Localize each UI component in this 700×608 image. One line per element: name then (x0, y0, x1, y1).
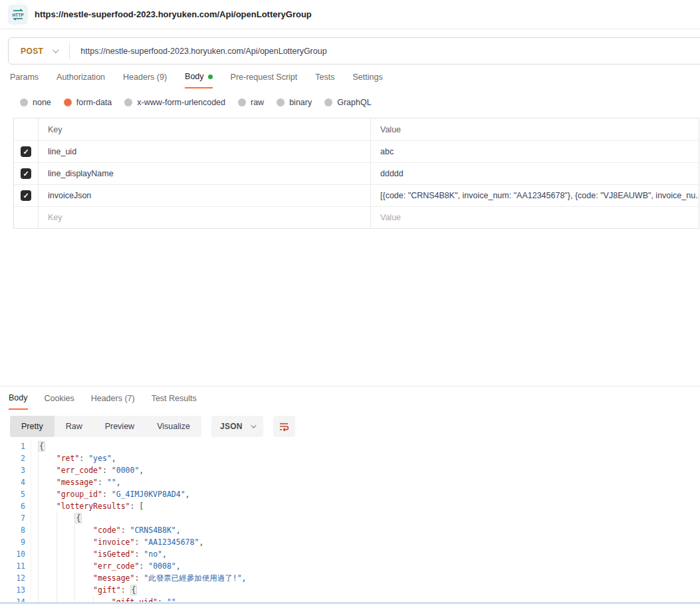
radio-icon (20, 98, 28, 106)
tab-settings[interactable]: Settings (352, 72, 382, 88)
code-line: 10 "isGeted": "no", (0, 548, 700, 560)
request-title: https://nestle-superfood-2023.horyuken.c… (35, 9, 312, 19)
body-mode-selector: none form-data x-www-form-urlencoded raw… (20, 98, 372, 107)
table-row-empty: Key Value (14, 206, 699, 228)
tab-authorization[interactable]: Authorization (57, 72, 105, 88)
radio-graphql[interactable]: GraphQL (324, 98, 371, 107)
table-row: invoiceJson [{code: "CRNS4B8K", invoice_… (14, 184, 699, 206)
response-tab-body[interactable]: Body (9, 393, 28, 410)
request-tabs: Params Authorization Headers (9) Body Pr… (10, 72, 383, 88)
green-dot-icon (208, 75, 213, 79)
value-placeholder[interactable]: Value (371, 207, 699, 228)
tab-params[interactable]: Params (10, 72, 39, 88)
tab-body[interactable]: Body (185, 72, 213, 88)
language-selector[interactable]: JSON (211, 416, 263, 437)
key-cell[interactable]: line_uid (39, 141, 371, 162)
value-cell[interactable]: abc (371, 141, 699, 162)
code-line: 9 "invoice": "AA12345678", (0, 536, 700, 548)
code-line: 4 "message": "", (0, 476, 700, 488)
code-lines: 1{2 "ret": "yes",3 "err_code": "0000",4 … (0, 440, 700, 602)
chevron-down-icon (53, 47, 59, 53)
tab-tests[interactable]: Tests (315, 72, 334, 88)
radio-icon (324, 98, 332, 106)
code-line: 2 "ret": "yes", (0, 452, 700, 464)
table-row: line_uid abc (14, 140, 699, 162)
view-pretty[interactable]: Pretty (10, 416, 55, 437)
table-row: line_displayName ddddd (14, 162, 699, 184)
wrap-lines-button[interactable] (273, 416, 295, 437)
column-header-key: Key (39, 118, 371, 140)
response-tab-headers[interactable]: Headers (7) (91, 393, 135, 410)
code-line: 8 "code": "CRNS4B8K", (0, 524, 700, 536)
code-line: 13 "gift": { (0, 584, 700, 596)
radio-x-www-form-urlencoded[interactable]: x-www-form-urlencoded (124, 98, 225, 107)
view-preview[interactable]: Preview (94, 416, 146, 437)
value-cell[interactable]: ddddd (371, 163, 699, 184)
radio-form-data[interactable]: form-data (64, 98, 112, 107)
response-tab-test-results[interactable]: Test Results (152, 393, 197, 410)
url-input[interactable]: https://nestle-superfood-2023.horyuken.c… (70, 47, 326, 56)
radio-icon (124, 98, 132, 106)
response-toolbar: Pretty Raw Preview Visualize JSON (10, 416, 295, 437)
radio-icon (277, 98, 285, 106)
code-line: 7 { (0, 512, 700, 524)
response-body-viewer[interactable]: 1{2 "ret": "yes",3 "err_code": "0000",4 … (0, 440, 700, 602)
radio-binary[interactable]: binary (277, 98, 312, 107)
radio-icon (64, 98, 72, 106)
row-checkbox[interactable] (21, 168, 31, 179)
chevron-down-icon (251, 422, 256, 428)
request-url-bar: POST https://nestle-superfood-2023.horyu… (8, 37, 700, 65)
response-divider (0, 386, 700, 386)
method-selector[interactable]: POST (9, 47, 69, 56)
key-cell[interactable]: line_displayName (39, 163, 371, 184)
view-raw[interactable]: Raw (55, 416, 94, 437)
view-mode-segmented-control: Pretty Raw Preview Visualize (10, 416, 201, 437)
table-header-row: Key Value (14, 118, 699, 140)
request-header: HTTP https://nestle-superfood-2023.horyu… (0, 0, 700, 29)
horizontal-scrollbar[interactable] (0, 602, 700, 604)
code-line: 11 "err_code": "0008", (0, 560, 700, 572)
code-line: 3 "err_code": "0000", (0, 464, 700, 476)
method-label: POST (21, 47, 43, 56)
value-cell[interactable]: [{code: "CRNS4B8K", invoice_num: "AA1234… (371, 185, 699, 206)
column-header-value: Value (371, 118, 699, 140)
code-line: 12 "message": "此發票已經參加使用過了!", (0, 572, 700, 584)
tab-pre-request-script[interactable]: Pre-request Script (231, 72, 298, 88)
form-data-table: Key Value line_uid abc line_displayName … (13, 118, 699, 229)
row-checkbox[interactable] (21, 190, 31, 201)
code-line: 6 "lotteryResults": [ (0, 500, 700, 512)
key-cell[interactable]: invoiceJson (39, 185, 371, 206)
row-checkbox[interactable] (21, 146, 31, 157)
radio-icon (238, 98, 246, 106)
language-label: JSON (220, 422, 243, 431)
radio-none[interactable]: none (20, 98, 51, 107)
svg-text:HTTP: HTTP (12, 12, 24, 17)
http-request-icon: HTTP (8, 5, 28, 25)
wrap-lines-icon (278, 420, 290, 432)
code-line: 1{ (0, 440, 700, 452)
radio-raw[interactable]: raw (238, 98, 264, 107)
view-visualize[interactable]: Visualize (146, 416, 201, 437)
key-placeholder[interactable]: Key (39, 207, 371, 228)
tab-headers[interactable]: Headers (9) (123, 72, 167, 88)
response-tab-cookies[interactable]: Cookies (45, 393, 74, 410)
response-tabs: Body Cookies Headers (7) Test Results (9, 393, 197, 410)
code-line: 14 "gift_uid": "" (0, 596, 700, 602)
code-line: 5 "group_id": "G_4IMJ0KVP8AD4", (0, 488, 700, 500)
